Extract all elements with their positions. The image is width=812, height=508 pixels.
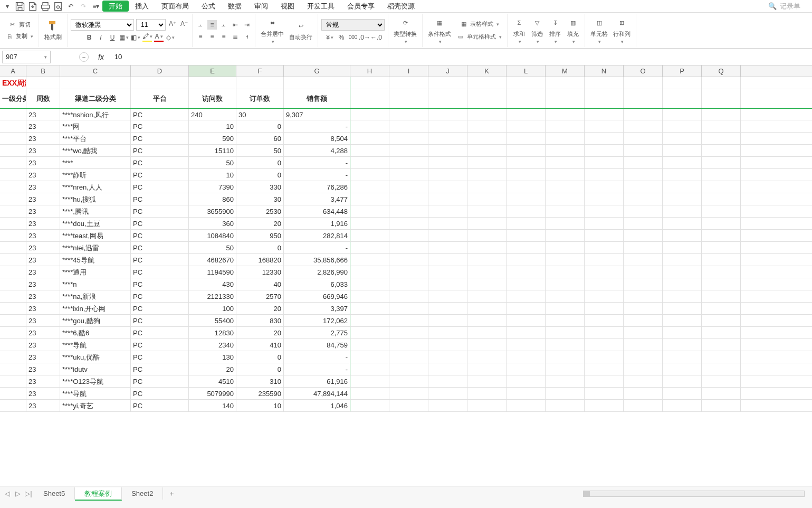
cell[interactable] <box>389 303 428 314</box>
cell[interactable] <box>663 278 702 290</box>
cell[interactable] <box>663 303 702 314</box>
cell[interactable] <box>428 205 467 217</box>
cell[interactable] <box>428 278 467 290</box>
cell[interactable] <box>0 242 26 253</box>
cell[interactable]: - <box>284 169 350 181</box>
cell[interactable] <box>624 230 663 241</box>
cell[interactable]: 2,826,990 <box>284 266 350 278</box>
cell[interactable] <box>467 278 507 290</box>
cell[interactable] <box>350 254 389 266</box>
cell[interactable]: 销售额 <box>284 89 350 108</box>
cell[interactable]: PC <box>131 120 189 132</box>
cell[interactable] <box>389 181 428 193</box>
cell[interactable]: 634,448 <box>284 205 350 217</box>
cell[interactable] <box>428 254 467 266</box>
cell[interactable] <box>467 339 507 351</box>
cell[interactable] <box>0 169 26 181</box>
cell[interactable] <box>624 218 663 229</box>
cell[interactable] <box>546 278 585 290</box>
cell[interactable]: PC <box>131 133 189 144</box>
cell[interactable]: PC <box>131 388 189 399</box>
column-header-M[interactable]: M <box>546 65 585 77</box>
cell[interactable] <box>467 218 507 229</box>
cell[interactable] <box>428 133 467 144</box>
cell[interactable]: 0 <box>236 351 284 363</box>
cell[interactable] <box>507 363 546 375</box>
cell-fill-icon[interactable]: ◧ <box>131 33 140 42</box>
cell[interactable] <box>507 400 546 411</box>
decrease-decimal-icon[interactable]: ←.0 <box>371 33 381 42</box>
cell[interactable] <box>389 290 428 302</box>
cell[interactable] <box>624 278 663 290</box>
wrap-text-button[interactable]: ↩自动换行 <box>287 18 314 42</box>
cell-button[interactable]: ◫单元格 <box>588 15 610 45</box>
cell[interactable]: 100 <box>189 303 236 314</box>
cell[interactable] <box>0 388 26 399</box>
cell[interactable]: ****导航 <box>60 339 131 351</box>
cell[interactable]: PC <box>131 181 189 193</box>
cell[interactable] <box>0 339 26 351</box>
cell[interactable]: PC <box>131 400 189 411</box>
cell[interactable]: 30 <box>236 109 284 120</box>
horizontal-scrollbar[interactable] <box>583 491 805 497</box>
cell[interactable]: ****nlei,迅雷 <box>60 242 131 253</box>
cell[interactable] <box>389 120 428 132</box>
cell[interactable] <box>702 133 741 144</box>
filter-button[interactable]: ▽筛选 <box>529 15 546 45</box>
cell[interactable]: 2570 <box>236 290 284 302</box>
column-header-E[interactable]: E <box>189 65 236 77</box>
cell[interactable] <box>585 218 624 229</box>
cell[interactable]: - <box>284 242 350 253</box>
cell[interactable] <box>0 205 26 217</box>
cell[interactable]: ****静听 <box>60 169 131 181</box>
cell[interactable] <box>624 145 663 156</box>
cell[interactable] <box>350 351 389 363</box>
cell[interactable] <box>546 230 585 241</box>
cell[interactable] <box>663 157 702 168</box>
cell[interactable]: 23 <box>26 375 60 387</box>
cell[interactable] <box>467 181 507 193</box>
cell[interactable]: PC <box>131 169 189 181</box>
cell[interactable] <box>585 120 624 132</box>
cell[interactable]: 12330 <box>236 266 284 278</box>
number-format-select[interactable]: 常规 <box>321 19 385 31</box>
cell[interactable] <box>0 181 26 193</box>
column-header-O[interactable]: O <box>624 65 663 77</box>
cell[interactable]: 23 <box>26 181 60 193</box>
cell[interactable] <box>585 254 624 266</box>
cell[interactable] <box>702 303 741 314</box>
save-icon[interactable] <box>14 1 26 12</box>
cell[interactable] <box>467 157 507 168</box>
cell[interactable] <box>585 303 624 314</box>
cell[interactable] <box>624 169 663 181</box>
cell[interactable] <box>702 157 741 168</box>
cell[interactable]: 23 <box>26 303 60 314</box>
cell[interactable]: 23 <box>26 157 60 168</box>
cell[interactable] <box>663 363 702 375</box>
clear-format-icon[interactable]: ◇ <box>166 33 175 42</box>
font-color-icon[interactable]: A <box>154 33 164 42</box>
cell[interactable] <box>546 77 585 89</box>
cell[interactable] <box>428 145 467 156</box>
cell[interactable]: ****导航 <box>60 388 131 399</box>
cell[interactable] <box>428 351 467 363</box>
cell[interactable] <box>0 109 26 120</box>
cell[interactable] <box>467 193 507 205</box>
cell[interactable]: 23 <box>26 133 60 144</box>
cell[interactable]: - <box>284 351 350 363</box>
column-header-Q[interactable]: Q <box>702 65 741 77</box>
cell[interactable] <box>467 327 507 338</box>
menu-tab-公式[interactable]: 公式 <box>195 1 222 12</box>
cell[interactable] <box>624 388 663 399</box>
cell[interactable] <box>624 290 663 302</box>
cell[interactable]: 4510 <box>189 375 236 387</box>
cell[interactable]: 订单数 <box>236 89 284 108</box>
cell[interactable] <box>585 351 624 363</box>
cell[interactable]: 23 <box>26 400 60 411</box>
cell[interactable] <box>663 388 702 399</box>
cell-style-button[interactable]: ▭单元格样式 <box>454 32 504 42</box>
cell[interactable] <box>467 109 507 120</box>
cell[interactable]: 20 <box>236 218 284 229</box>
cell[interactable] <box>585 181 624 193</box>
search-box[interactable]: 🔍 记录单 <box>768 2 811 11</box>
